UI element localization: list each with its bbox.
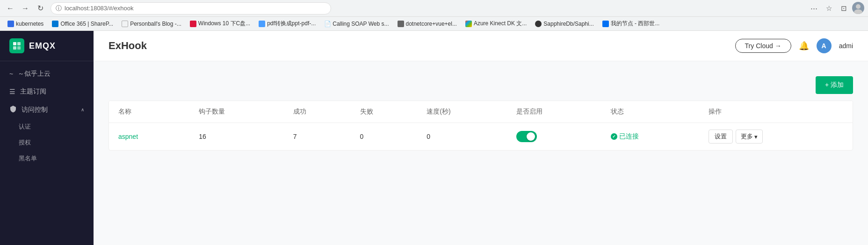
bookmark-office365[interactable]: Office 365 | ShareP... <box>48 19 117 29</box>
svg-rect-3 <box>17 42 21 45</box>
bookmark-azure[interactable]: Azure Kinect DK 文... <box>462 18 530 29</box>
status-text: 已连接 <box>619 132 639 141</box>
bookmark-label: Personball's Blog -... <box>130 21 181 27</box>
back-button[interactable]: ← <box>4 2 17 15</box>
add-button[interactable]: + 添加 <box>816 76 853 94</box>
user-avatar[interactable]: A <box>817 38 832 53</box>
col-name: 名称 <box>109 101 189 123</box>
bookmark-label: kubernetes <box>16 21 43 27</box>
sidebar-item-subscriptions[interactable]: ~ ～似乎上云 <box>0 65 94 83</box>
table-row: aspnet 16 7 0 0 <box>109 123 853 151</box>
bell-icon[interactable]: 🔔 <box>799 41 809 51</box>
bookmark-windows10[interactable]: Windows 10 下C盘... <box>186 18 254 29</box>
bookmark-pdf[interactable]: pdf转换成ppt-pdf-... <box>255 18 319 29</box>
action-buttons: 设置 更多 ▾ <box>709 130 843 144</box>
page-header: ExHook Try Cloud → 🔔 A admi <box>94 31 868 61</box>
bookmark-label: dotnetcore+vue+el... <box>406 21 457 27</box>
bookmark-icon[interactable]: ☆ <box>822 2 835 15</box>
svg-point-0 <box>856 4 861 9</box>
address-bar[interactable]: ⓘ localhost:18083/#/exhook <box>51 2 331 14</box>
bookmark-label: pdf转换成ppt-pdf-... <box>267 20 316 28</box>
sidebar-item-label: 主题订阅 <box>20 87 84 96</box>
col-failure: 失败 <box>351 101 418 123</box>
exhook-table: 名称 钩子数量 成功 失败 速度(秒) 是否启用 状态 操作 <box>109 101 853 150</box>
try-cloud-button[interactable]: Try Cloud → <box>735 39 791 53</box>
authz-label: 授权 <box>19 139 31 146</box>
bookmark-label: 我的节点 - 西部世... <box>611 20 660 28</box>
github-favicon <box>535 21 542 27</box>
content-wrapper: + 添加 名称 钩子数量 成功 失败 速度(秒) 是否启用 <box>108 101 853 151</box>
bookmark-sapphiredb[interactable]: SapphireDb/Saphi... <box>531 19 597 29</box>
cell-success: 7 <box>284 123 351 151</box>
more-button[interactable]: 更多 ▾ <box>736 130 763 144</box>
bookmark-label: Azure Kinect DK 文... <box>474 20 527 28</box>
check-icon: ✓ <box>612 134 616 139</box>
extensions-icon[interactable]: ⋯ <box>807 2 820 15</box>
chevron-down-icon: ▾ <box>754 133 758 140</box>
bookmarks-bar: kubernetes Office 365 | ShareP... Person… <box>0 17 868 31</box>
cell-enabled <box>507 123 601 151</box>
sidebar-sub-item-blacklist[interactable]: 黑名单 <box>0 151 94 166</box>
page-title: ExHook <box>108 40 147 52</box>
calling-favicon: 📄 <box>324 21 331 27</box>
content-area: + 添加 名称 钩子数量 成功 失败 速度(秒) 是否启用 <box>94 61 868 245</box>
azure-favicon <box>465 21 472 27</box>
col-actions: 操作 <box>699 101 853 123</box>
sidebar-logo: EMQX <box>0 31 94 61</box>
shield-icon <box>9 105 17 114</box>
svg-rect-5 <box>17 46 21 50</box>
bookmark-calling[interactable]: 📄 Calling SOAP Web s... <box>320 19 392 29</box>
admin-label[interactable]: admi <box>839 42 853 50</box>
profile-avatar[interactable] <box>852 2 864 14</box>
forward-button[interactable]: → <box>19 2 32 15</box>
cell-actions: 设置 更多 ▾ <box>699 123 853 151</box>
bookmark-label: Office 365 | ShareP... <box>60 21 113 27</box>
bookmark-label: Calling SOAP Web s... <box>333 21 389 27</box>
status-badge: ✓ 已连接 <box>611 132 690 141</box>
bookmark-kubernetes[interactable]: kubernetes <box>4 19 47 29</box>
zed-favicon <box>259 21 265 27</box>
sidebar-sub-item-authz[interactable]: 授权 <box>0 135 94 151</box>
logo-text: EMQX <box>29 41 56 51</box>
theme-icon: ☰ <box>9 88 15 95</box>
browser-chrome: ← → ↻ ⓘ localhost:18083/#/exhook ⋯ ☆ ⊡ <box>0 0 868 17</box>
chevron-up-icon: ∧ <box>81 107 84 112</box>
toggle-slider <box>516 131 537 142</box>
app-container: EMQX ~ ～似乎上云 ☰ 主题订阅 访问控制 ∧ 认证 <box>0 31 868 245</box>
blacklist-label: 黑名单 <box>19 155 37 162</box>
bookmark-mynode[interactable]: 我的节点 - 西部世... <box>599 18 664 29</box>
bookmark-dotnetcore[interactable]: dotnetcore+vue+el... <box>394 19 461 29</box>
cast-icon[interactable]: ⊡ <box>837 2 850 15</box>
settings-button[interactable]: 设置 <box>709 130 733 144</box>
auth-label: 认证 <box>19 123 31 130</box>
office-favicon <box>52 21 58 27</box>
col-status: 状态 <box>601 101 700 123</box>
cell-speed: 0 <box>417 123 507 151</box>
sidebar-sub-item-auth[interactable]: 认证 <box>0 119 94 135</box>
sidebar: EMQX ~ ～似乎上云 ☰ 主题订阅 访问控制 ∧ 认证 <box>0 31 94 245</box>
sidebar-menu: ~ ～似乎上云 ☰ 主题订阅 访问控制 ∧ 认证 授权 <box>0 61 94 245</box>
sidebar-item-theme[interactable]: ☰ 主题订阅 <box>0 83 94 101</box>
sidebar-group-label: 访问控制 <box>22 106 76 114</box>
reload-button[interactable]: ↻ <box>34 2 47 15</box>
name-link[interactable]: aspnet <box>118 133 138 140</box>
bookmark-personball[interactable]: Personball's Blog -... <box>118 19 185 29</box>
col-hooks: 钩子数量 <box>189 101 284 123</box>
sidebar-item-label: ～似乎上云 <box>18 70 84 78</box>
col-speed: 速度(秒) <box>417 101 507 123</box>
cell-name: aspnet <box>109 123 189 151</box>
svg-point-1 <box>854 9 862 14</box>
cell-hooks: 16 <box>189 123 284 151</box>
bookmark-label: SapphireDb/Saphi... <box>543 21 593 27</box>
cell-failure: 0 <box>351 123 418 151</box>
enabled-toggle[interactable] <box>516 131 537 142</box>
status-dot: ✓ <box>611 133 617 140</box>
more-label: 更多 <box>741 132 753 141</box>
kubernetes-favicon <box>7 21 14 27</box>
col-enabled: 是否启用 <box>507 101 601 123</box>
sidebar-item-access-control[interactable]: 访问控制 ∧ <box>0 101 94 119</box>
browser-actions: ⋯ ☆ ⊡ <box>807 2 864 15</box>
svg-rect-2 <box>13 42 16 45</box>
col-success: 成功 <box>284 101 351 123</box>
nav-buttons: ← → ↻ <box>4 2 47 15</box>
